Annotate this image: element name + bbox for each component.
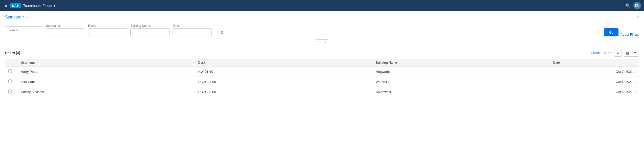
date-label: Date: [173,24,212,28]
desk-input[interactable] [88,31,135,34]
date-picker-icon[interactable]: ⧉ [219,30,225,35]
table-settings-button[interactable]: ⚙ [614,49,622,57]
row-building-1: Waterside [373,77,550,87]
collapse-up-button[interactable]: ⌃ [315,40,322,45]
building-input-wrap: ⧉ [130,28,170,36]
row-select-cell [5,67,18,77]
row-username-0: Harry Potter [18,67,195,77]
table-view-group: ▤ ▾ [624,49,639,57]
building-input[interactable] [131,31,177,34]
app-title-text: Teammates Finder [23,4,53,8]
date-input-wrap: ⧉ [173,28,212,36]
col-header-desk: Desk [195,59,373,67]
table-row: Cherry Blossom DB01-03-06 Southwest Oct … [5,87,639,97]
username-input-wrap: ⧉ [46,28,85,36]
row-date-1: Oct 6, 2021 › [550,77,639,87]
row-building-0: Hogwartts [373,67,550,77]
row-select-cell [5,87,18,97]
username-input[interactable] [46,31,93,34]
nav-left: ◀ SAP Teammates Finder ▾ [3,2,55,9]
top-nav: ◀ SAP Teammates Finder ▾ 🔍 DU [0,0,644,11]
row-radio-2[interactable] [8,89,12,94]
data-table: Username Desk Building Name Date Harry P… [5,59,639,97]
row-desk-0: HW-01-10 [195,67,373,77]
date-input[interactable] [173,31,219,34]
main-content: Standard * ⌄ ↗ 🔍 Username: ⧉ Desk: ⧉ [0,11,644,160]
search-nav-icon[interactable]: 🔍 [625,3,630,8]
create-button[interactable]: Create [591,51,601,55]
user-avatar[interactable]: DU [633,2,641,9]
row-desk-2: DB01-03-06 [195,87,373,97]
row-username-1: Tom Hank [18,77,195,87]
col-header-building: Building Name [373,59,550,67]
collapse-row: ⌃ ✕ [0,38,644,47]
row-date-text-0: Oct 7, 2021 [616,70,633,74]
table-section: Users (3) Create Delete ⚙ ▤ ▾ Username D… [0,47,644,97]
title-chevron-icon[interactable]: ⌄ [26,15,28,19]
page-header: Standard * ⌄ ↗ [0,11,644,22]
page-title: Standard [5,15,21,19]
col-select [5,59,18,67]
row-expand-icon-2[interactable]: › [635,90,636,94]
table-header-row: Users (3) Create Delete ⚙ ▤ ▾ [5,47,639,59]
desk-label: Desk: [88,24,127,28]
col-header-date: Date [550,59,639,67]
date-filter-group: Date: ⧉ [173,24,212,36]
row-radio-1[interactable] [8,79,12,83]
row-select-cell [5,77,18,87]
building-label: Building Name: [130,24,170,28]
nav-right: 🔍 DU [625,2,641,9]
desk-input-wrap: ⧉ [88,28,127,36]
row-building-2: Southwest [373,87,550,97]
row-expand-icon-0[interactable]: › [635,70,636,74]
table-title: Users (3) [5,51,20,55]
row-date-text-2: Oct 6, 2021 [616,90,633,94]
row-date-2: Oct 6, 2021 › [550,87,639,97]
username-filter-group: Username: ⧉ [46,24,85,36]
table-view-dropdown-button[interactable]: ▾ [631,49,639,57]
col-header-username: Username [18,59,195,67]
row-date-text-1: Oct 6, 2021 [616,80,633,84]
row-desk-1: DB01-03-06 [195,77,373,87]
delete-button[interactable]: Delete [603,51,612,55]
table-actions: Create Delete ⚙ ▤ ▾ [591,49,639,57]
table-body: Harry Potter HW-01-10 Hogwartts Oct 7, 2… [5,67,639,97]
table-row: Tom Hank DB01-03-06 Waterside Oct 6, 202… [5,77,639,87]
back-button[interactable]: ◀ [3,2,8,9]
go-button[interactable]: Go [604,28,618,36]
row-username-2: Cherry Blossom [18,87,195,97]
table-head: Username Desk Building Name Date [5,59,639,67]
table-column-headers: Username Desk Building Name Date [5,59,639,67]
collapse-close-button[interactable]: ✕ [322,40,329,45]
app-title-dropdown-icon[interactable]: ▾ [54,4,55,8]
search-field-wrap: 🔍 [5,26,43,34]
row-radio-0[interactable] [8,69,12,73]
row-expand-icon-1[interactable]: › [635,80,636,84]
search-input[interactable] [5,28,52,32]
adapt-filters-button[interactable]: Adapt Filters [621,33,639,36]
title-asterisk: * [23,15,24,19]
table-row: Harry Potter HW-01-10 Hogwartts Oct 7, 2… [5,67,639,77]
username-label: Username: [46,24,85,28]
filter-bar: 🔍 Username: ⧉ Desk: ⧉ Building Name: ⧉ [0,22,644,38]
collapse-button-group: ⌃ ✕ [315,39,329,45]
building-filter-group: Building Name: ⧉ [130,24,170,36]
app-title: Teammates Finder ▾ [23,4,55,8]
row-date-0: Oct 7, 2021 › [550,67,639,77]
desk-filter-group: Desk: ⧉ [88,24,127,36]
sap-logo: SAP [10,3,21,8]
export-icon[interactable]: ↗ [636,15,639,19]
table-view-button[interactable]: ▤ [624,49,631,57]
filter-actions: Go Adapt Filters [604,28,639,36]
